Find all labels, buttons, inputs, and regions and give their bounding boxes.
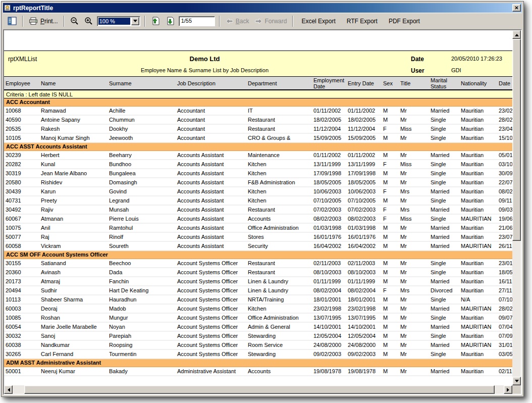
- table-cell: Deoraj: [39, 306, 108, 312]
- table-cell: Mrs: [399, 188, 429, 194]
- group-tree-toggle-button[interactable]: [6, 16, 18, 26]
- column-header-row: EmployeeNameSurnameJob DescriptionDepart…: [4, 77, 512, 90]
- table-cell: M: [382, 234, 399, 240]
- print-button[interactable]: Print...: [27, 16, 60, 26]
- table-cell: Restaurant: [246, 269, 312, 275]
- table-cell: Single: [429, 161, 459, 167]
- table-cell: Mauritian: [459, 126, 497, 132]
- section-header: ACC Accountant: [4, 98, 512, 107]
- table-cell: 20173: [4, 278, 39, 284]
- table-cell: Single: [429, 179, 459, 185]
- pdf-export-button[interactable]: PDF Export: [388, 17, 421, 26]
- table-cell: Ramtohul: [108, 225, 176, 231]
- table-row: 20282KunalBundhooAccounts AssistantKitch…: [4, 160, 512, 169]
- table-cell: Karun: [39, 188, 108, 194]
- scroll-up-icon: [515, 32, 519, 36]
- page-number-input[interactable]: 1/55: [179, 16, 215, 26]
- table-cell: 30265: [4, 351, 39, 357]
- table-cell: Mr: [399, 351, 429, 357]
- table-cell: Married: [429, 152, 459, 158]
- table-cell: Nandkumar: [39, 342, 108, 348]
- vertical-scroll-thumb[interactable]: [512, 39, 521, 241]
- table-cell: Account Systems Officer: [176, 333, 246, 339]
- forward-button[interactable]: Forward: [253, 17, 288, 26]
- table-cell: Accounts: [246, 368, 312, 374]
- table-cell: Rakesh: [39, 126, 108, 132]
- table-cell: 01/11/2002: [312, 152, 346, 158]
- table-cell: 24/08/2000: [346, 342, 382, 348]
- table-cell: 30319: [4, 170, 39, 176]
- table-cell: 18/05: [497, 269, 512, 275]
- zoom-dropdown-button[interactable]: [131, 17, 139, 25]
- table-cell: Tourmentin: [108, 351, 176, 357]
- scroll-right-icon: [507, 388, 511, 392]
- table-cell: Accounts Assistant: [176, 243, 246, 249]
- table-cell: 16/11: [497, 278, 512, 284]
- table-row: 10075AnilRamtohulAccounts AssistantOffic…: [4, 224, 512, 233]
- table-cell: Sudhir: [39, 287, 108, 293]
- table-cell: 10/06/2003: [346, 188, 382, 194]
- table-cell: Mr: [399, 368, 429, 374]
- zoom-in-icon: [84, 17, 93, 25]
- table-cell: 18/01/2001: [312, 296, 346, 303]
- table-cell: Mauritian: [459, 170, 497, 176]
- table-cell: 60038: [4, 342, 39, 348]
- table-cell: Mauritian: [459, 152, 497, 158]
- rtf-export-button[interactable]: RTF Export: [346, 17, 379, 26]
- table-row: 10085RoshanMungurAccount Systems Officer…: [4, 314, 512, 323]
- table-cell: 18/02/2005: [312, 117, 346, 123]
- section-header: ADM ASST Administrative Assistant: [4, 359, 512, 367]
- scroll-down-button[interactable]: [512, 377, 521, 385]
- table-cell: Kunal: [39, 161, 108, 167]
- table-cell: 17/09/1998: [312, 170, 346, 176]
- previous-page-button[interactable]: [149, 16, 162, 26]
- table-cell: Legrand: [108, 197, 176, 204]
- horizontal-scroll-thumb[interactable]: [24, 385, 495, 394]
- table-cell: Preety: [39, 197, 108, 204]
- table-cell: Married: [429, 243, 459, 249]
- table-cell: 20360: [4, 269, 39, 275]
- table-cell: Sanoj: [39, 333, 108, 339]
- table-cell: Kitchen: [246, 197, 312, 204]
- table-cell: M: [382, 324, 399, 330]
- excel-export-button[interactable]: Excel Export: [300, 17, 336, 26]
- zoom-in-button[interactable]: [83, 16, 94, 26]
- next-page-button[interactable]: [164, 16, 176, 26]
- table-cell: M: [382, 269, 399, 275]
- table-cell: 30439: [4, 188, 39, 194]
- column-header: Employment Date: [312, 77, 346, 89]
- table-cell: F&B Administration: [246, 179, 312, 185]
- table-cell: 19/08/1978: [312, 368, 346, 374]
- table-cell: M: [382, 351, 399, 357]
- scroll-up-button[interactable]: [512, 30, 521, 39]
- back-button[interactable]: Back: [224, 17, 251, 26]
- close-button[interactable]: ✕: [512, 4, 521, 12]
- zoom-level-value: 100 %: [98, 18, 130, 25]
- table-cell: NRTA/Training: [246, 296, 312, 303]
- table-cell: Rajiv: [39, 207, 108, 213]
- table-cell: 07/04: [497, 324, 512, 330]
- table-cell: N/A: [459, 296, 497, 303]
- table-row: 20494SudhirHart De KeatingAccount System…: [4, 286, 512, 295]
- table-cell: Roshan: [39, 315, 108, 321]
- table-cell: 03/10: [497, 161, 512, 167]
- zoom-level-combobox[interactable]: 100 %: [97, 16, 140, 26]
- report-table-body: ACC Accountant10068RamawadAchilleAccount…: [4, 98, 512, 376]
- table-cell: Herbert: [39, 152, 108, 158]
- table-cell: 08/02/2004: [346, 287, 382, 293]
- scroll-left-button[interactable]: [4, 385, 13, 394]
- table-cell: 12/05/2004: [312, 333, 346, 339]
- table-cell: M: [382, 333, 399, 339]
- horizontal-scrollbar[interactable]: [4, 385, 512, 394]
- zoom-out-button[interactable]: [69, 16, 80, 26]
- table-cell: Mauritian: [459, 225, 497, 231]
- table-cell: Accounts Assistant: [176, 234, 246, 240]
- table-cell: 40731: [4, 197, 39, 204]
- vertical-scrollbar[interactable]: [512, 30, 521, 385]
- scroll-right-button[interactable]: [504, 385, 512, 394]
- column-header: Sex: [382, 80, 399, 86]
- table-cell: Mauritian: [459, 108, 497, 114]
- table-cell: M: [382, 225, 399, 231]
- table-cell: Mr: [399, 152, 429, 158]
- section-header: ACC ASST Accounts Assistant: [4, 143, 512, 151]
